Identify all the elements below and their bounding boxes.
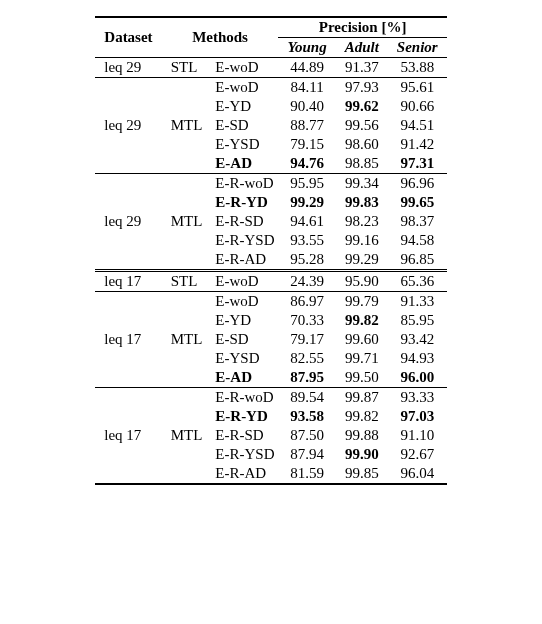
senior-cell: 96.85 <box>388 250 447 271</box>
adult-cell: 99.62 <box>336 97 388 116</box>
young-cell: 88.77 <box>278 116 335 135</box>
adult-cell: 91.37 <box>336 58 388 78</box>
adult-cell: 99.34 <box>336 174 388 194</box>
method-cell: E-YSD <box>211 135 278 154</box>
young-cell: 93.58 <box>278 407 335 426</box>
method-cell: E-R-woD <box>211 388 278 408</box>
learn-type-cell: STL <box>162 58 212 78</box>
young-cell: 84.11 <box>278 78 335 98</box>
method-cell: E-YD <box>211 97 278 116</box>
adult-cell: 99.71 <box>336 349 388 368</box>
adult-cell: 99.88 <box>336 426 388 445</box>
young-cell: 79.17 <box>278 330 335 349</box>
young-cell: 87.50 <box>278 426 335 445</box>
senior-cell: 90.66 <box>388 97 447 116</box>
learn-type-cell: MTL <box>162 78 212 174</box>
dataset-cell: leq 17 <box>95 292 161 388</box>
adult-cell: 97.93 <box>336 78 388 98</box>
dataset-cell: leq 17 <box>95 388 161 485</box>
results-table: Dataset Methods Precision [%] Young Adul… <box>95 16 446 485</box>
method-cell: E-woD <box>211 271 278 292</box>
senior-cell: 65.36 <box>388 271 447 292</box>
adult-cell: 99.16 <box>336 231 388 250</box>
method-cell: E-R-YSD <box>211 231 278 250</box>
young-cell: 24.39 <box>278 271 335 292</box>
adult-cell: 99.50 <box>336 368 388 388</box>
method-cell: E-R-SD <box>211 426 278 445</box>
method-cell: E-R-SD <box>211 212 278 231</box>
method-cell: E-SD <box>211 330 278 349</box>
adult-cell: 99.85 <box>336 464 388 484</box>
method-cell: E-R-AD <box>211 250 278 271</box>
young-cell: 90.40 <box>278 97 335 116</box>
adult-cell: 99.29 <box>336 250 388 271</box>
senior-cell: 91.42 <box>388 135 447 154</box>
dataset-cell: leq 29 <box>95 58 161 78</box>
learn-type-cell: MTL <box>162 292 212 388</box>
senior-cell: 91.33 <box>388 292 447 312</box>
col-young: Young <box>278 38 335 58</box>
young-cell: 99.29 <box>278 193 335 212</box>
adult-cell: 99.56 <box>336 116 388 135</box>
dataset-cell: leq 17 <box>95 271 161 292</box>
learn-type-cell: MTL <box>162 174 212 271</box>
method-cell: E-woD <box>211 78 278 98</box>
adult-cell: 98.60 <box>336 135 388 154</box>
senior-cell: 97.03 <box>388 407 447 426</box>
method-cell: E-SD <box>211 116 278 135</box>
adult-cell: 99.83 <box>336 193 388 212</box>
method-cell: E-AD <box>211 154 278 174</box>
learn-type-cell: MTL <box>162 388 212 485</box>
senior-cell: 99.65 <box>388 193 447 212</box>
adult-cell: 99.82 <box>336 407 388 426</box>
young-cell: 79.15 <box>278 135 335 154</box>
young-cell: 44.89 <box>278 58 335 78</box>
young-cell: 81.59 <box>278 464 335 484</box>
senior-cell: 92.67 <box>388 445 447 464</box>
method-cell: E-YSD <box>211 349 278 368</box>
young-cell: 94.61 <box>278 212 335 231</box>
adult-cell: 98.23 <box>336 212 388 231</box>
col-senior: Senior <box>388 38 447 58</box>
senior-cell: 94.51 <box>388 116 447 135</box>
young-cell: 93.55 <box>278 231 335 250</box>
senior-cell: 97.31 <box>388 154 447 174</box>
senior-cell: 93.42 <box>388 330 447 349</box>
col-precision: Precision [%] <box>278 17 446 38</box>
adult-cell: 99.87 <box>336 388 388 408</box>
dataset-cell: leq 29 <box>95 78 161 174</box>
senior-cell: 94.58 <box>388 231 447 250</box>
adult-cell: 95.90 <box>336 271 388 292</box>
young-cell: 87.95 <box>278 368 335 388</box>
young-cell: 82.55 <box>278 349 335 368</box>
precision-unit: [%] <box>381 19 406 35</box>
adult-cell: 99.90 <box>336 445 388 464</box>
senior-cell: 53.88 <box>388 58 447 78</box>
senior-cell: 93.33 <box>388 388 447 408</box>
senior-cell: 91.10 <box>388 426 447 445</box>
method-cell: E-YD <box>211 311 278 330</box>
method-cell: E-woD <box>211 58 278 78</box>
adult-cell: 99.60 <box>336 330 388 349</box>
learn-type-cell: STL <box>162 271 212 292</box>
senior-cell: 96.04 <box>388 464 447 484</box>
method-cell: E-R-YD <box>211 407 278 426</box>
young-cell: 95.28 <box>278 250 335 271</box>
method-cell: E-R-YSD <box>211 445 278 464</box>
col-methods: Methods <box>162 17 279 58</box>
precision-label: Precision <box>319 19 378 35</box>
senior-cell: 85.95 <box>388 311 447 330</box>
senior-cell: 94.93 <box>388 349 447 368</box>
adult-cell: 98.85 <box>336 154 388 174</box>
senior-cell: 98.37 <box>388 212 447 231</box>
method-cell: E-AD <box>211 368 278 388</box>
method-cell: E-woD <box>211 292 278 312</box>
adult-cell: 99.82 <box>336 311 388 330</box>
young-cell: 94.76 <box>278 154 335 174</box>
col-adult: Adult <box>336 38 388 58</box>
young-cell: 95.95 <box>278 174 335 194</box>
adult-cell: 99.79 <box>336 292 388 312</box>
young-cell: 86.97 <box>278 292 335 312</box>
method-cell: E-R-AD <box>211 464 278 484</box>
senior-cell: 96.96 <box>388 174 447 194</box>
